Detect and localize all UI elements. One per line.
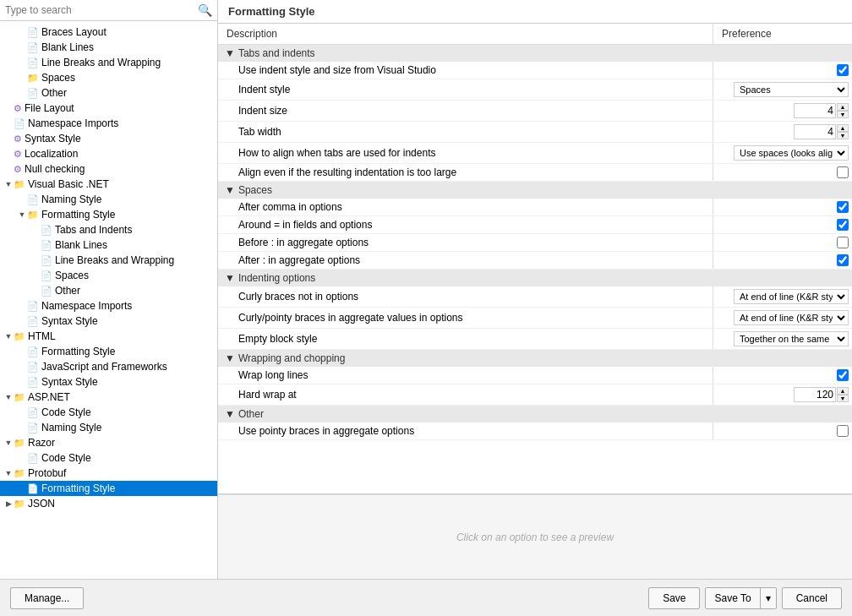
setting-label-after-comma: After comma in options [218, 199, 713, 216]
tree-item-blank-lines[interactable]: 📄Blank Lines [0, 40, 217, 55]
search-input[interactable] [5, 4, 198, 16]
checkbox-after-comma[interactable] [837, 201, 849, 213]
preview-area: Click on an option to see a preview [218, 494, 852, 579]
manage-button[interactable]: Manage... [10, 587, 84, 609]
tree-item-asp-net[interactable]: ▼📁ASP.NET [0, 390, 217, 405]
tree-item-spaces-vb[interactable]: 📄Spaces [0, 268, 217, 283]
checkbox-around-equals[interactable] [837, 219, 849, 231]
setting-row-empty-block: Empty block styleTogether on the same li… [218, 329, 852, 350]
tree-item-namespace-imports-vb[interactable]: 📄Namespace Imports [0, 298, 217, 313]
tree-item-file-layout[interactable]: ⚙File Layout [0, 101, 217, 116]
setting-pref-align-large [713, 164, 853, 182]
tree-item-syntax-style[interactable]: ⚙Syntax Style [0, 131, 217, 146]
tree-label: JavaScript and Frameworks [41, 361, 167, 373]
checkbox-before-colon[interactable] [837, 237, 849, 248]
select-indent-style[interactable]: SpacesTabs [734, 82, 849, 97]
tree-label: Spaces [55, 270, 89, 281]
select-curly-not-options[interactable]: At end of line (K&R style)Next line [734, 289, 849, 304]
tree-label: Braces Layout [41, 26, 106, 38]
tree-label: Spaces [41, 72, 75, 84]
tree-icon: 📄 [41, 254, 52, 266]
tree-item-tabs-indents-vb[interactable]: 📄Tabs and Indents [0, 222, 217, 237]
number-input-tab-width[interactable] [794, 124, 836, 139]
setting-row-after-colon: After : in aggregate options [218, 252, 852, 270]
tree-item-localization[interactable]: ⚙Localization [0, 146, 217, 161]
tree-item-syntax-style-vb[interactable]: 📄Syntax Style [0, 313, 217, 329]
tree-item-protobuf[interactable]: ▼📁Protobuf [0, 466, 217, 481]
tree-item-null-checking[interactable]: ⚙Null checking [0, 161, 217, 177]
section-other-section[interactable]: ▼Other [218, 406, 852, 423]
tree-item-formatting-style-proto[interactable]: 📄Formatting Style [0, 481, 217, 496]
tree-label: Code Style [41, 452, 91, 464]
section-arrow: ▼ [225, 352, 235, 364]
setting-row-curly-not-options: Curly braces not in optionsAt end of lin… [218, 286, 852, 308]
tree-label: Protobuf [28, 467, 66, 479]
setting-row-around-equals: Around = in fields and options [218, 216, 852, 234]
tree-item-js-frameworks[interactable]: 📄JavaScript and Frameworks [0, 359, 217, 374]
section-arrow: ▼ [225, 408, 235, 420]
tree-icon: ⚙ [14, 133, 22, 144]
tree-arrow: ▼ [3, 332, 14, 341]
tree-label: Syntax Style [25, 133, 81, 144]
tree-item-other-1[interactable]: 📄Other [0, 85, 217, 101]
tree-item-formatting-style-html[interactable]: 📄Formatting Style [0, 344, 217, 359]
tree-item-line-breaks-vb[interactable]: 📄Line Breaks and Wrapping [0, 253, 217, 268]
select-align-tabs[interactable]: Use spaces (looks aligned)Use tabs [734, 145, 849, 161]
setting-row-align-large: Align even if the resulting indentation … [218, 164, 852, 182]
tree-item-line-breaks-wrapping-1[interactable]: 📄Line Breaks and Wrapping [0, 55, 217, 70]
setting-row-align-tabs: How to align when tabs are used for inde… [218, 143, 852, 164]
number-input-hard-wrap[interactable] [794, 387, 836, 402]
spin-down-tab-width[interactable]: ▼ [837, 132, 849, 139]
setting-pref-after-comma [713, 199, 853, 216]
tree-item-code-style-asp[interactable]: 📄Code Style [0, 405, 217, 420]
section-spaces[interactable]: ▼Spaces [218, 182, 852, 199]
section-arrow: ▼ [225, 272, 235, 284]
tree-item-other-vb[interactable]: 📄Other [0, 283, 217, 298]
tree-label: Line Breaks and Wrapping [55, 254, 174, 266]
tree-item-html[interactable]: ▼📁HTML [0, 329, 217, 344]
col-preference: Preference [713, 24, 853, 45]
save-to-button[interactable]: Save To [706, 588, 760, 608]
checkbox-wrap-long[interactable] [837, 369, 849, 381]
setting-label-around-equals: Around = in fields and options [218, 216, 713, 234]
section-indenting-options[interactable]: ▼Indenting options [218, 270, 852, 287]
number-input-indent-size[interactable] [794, 103, 836, 118]
search-bar: 🔍 [0, 0, 217, 21]
tree-item-code-style-razor[interactable]: 📄Code Style [0, 450, 217, 466]
tree-item-namespace-imports[interactable]: 📄Namespace Imports [0, 116, 217, 131]
tree-item-naming-style-vb[interactable]: 📄Naming Style [0, 192, 217, 207]
spin-up-indent-size[interactable]: ▲ [837, 103, 849, 111]
tree-icon: 📁 [27, 72, 39, 84]
select-curly-aggregate[interactable]: At end of line (K&R style)Next line [734, 310, 849, 325]
select-empty-block[interactable]: Together on the same lineNext line [734, 331, 849, 346]
spin-down-indent-size[interactable]: ▼ [837, 111, 849, 118]
tree-item-visual-basic-net[interactable]: ▼📁Visual Basic .NET [0, 177, 217, 192]
tree-item-braces-layout[interactable]: 📄Braces Layout [0, 25, 217, 40]
spin-down-hard-wrap[interactable]: ▼ [837, 395, 849, 402]
section-tabs-indents[interactable]: ▼Tabs and indents [218, 45, 852, 63]
checkbox-align-large[interactable] [837, 166, 849, 178]
tree-item-syntax-style-html[interactable]: 📄Syntax Style [0, 374, 217, 390]
tree-item-razor[interactable]: ▼📁Razor [0, 435, 217, 450]
cancel-button[interactable]: Cancel [782, 587, 842, 609]
tree-label: Namespace Imports [41, 300, 132, 312]
tree-icon: 📄 [27, 26, 39, 38]
tree-label: ASP.NET [28, 391, 70, 403]
checkbox-pointy-aggregate[interactable] [837, 425, 849, 437]
save-to-dropdown-button[interactable]: ▾ [761, 588, 776, 608]
spin-up-hard-wrap[interactable]: ▲ [837, 387, 849, 395]
section-wrapping-chopping[interactable]: ▼Wrapping and chopping [218, 350, 852, 368]
tree-item-blank-lines-vb[interactable]: 📄Blank Lines [0, 237, 217, 253]
tree-label: Naming Style [41, 422, 101, 433]
tree-item-json[interactable]: ▶📁JSON [0, 496, 217, 511]
checkbox-after-colon[interactable] [837, 254, 849, 266]
tree-item-naming-style-asp[interactable]: 📄Naming Style [0, 420, 217, 435]
col-description: Description [218, 24, 713, 45]
tree-item-spaces[interactable]: 📁Spaces [0, 70, 217, 85]
tree-item-formatting-style-vb[interactable]: ▼📁Formatting Style [0, 207, 217, 222]
setting-pref-indent-style: SpacesTabs [713, 79, 853, 101]
tree-label: Formatting Style [41, 482, 115, 494]
save-button[interactable]: Save [648, 587, 700, 609]
spin-up-tab-width[interactable]: ▲ [837, 124, 849, 132]
checkbox-use-indent-vs[interactable] [837, 64, 849, 76]
